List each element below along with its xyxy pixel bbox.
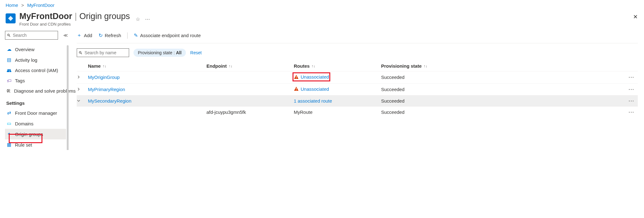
sidebar-item-label: Domains — [15, 121, 33, 126]
table-row: MyOriginGroupUnassociatedSucceeded··· — [77, 71, 638, 83]
provisioning-state-cell: Succeeded — [381, 87, 456, 92]
provisioning-state-cell: Succeeded — [381, 75, 456, 80]
toolbar-separator — [127, 32, 128, 39]
sidebar-item-label: Origin groups — [15, 132, 43, 137]
warning-icon — [294, 86, 299, 91]
routes-link[interactable]: 1 associated route — [294, 98, 332, 104]
sidebar-item-access-control[interactable]: 👥︎ Access control (IAM) — [5, 65, 66, 75]
sidebar-item-label: Diagnose and solve problems — [14, 88, 76, 94]
refresh-button[interactable]: ↻ Refresh — [99, 32, 121, 38]
favorite-star-icon[interactable]: ☆ — [136, 16, 140, 22]
sidebar-section-settings: Settings — [5, 96, 66, 108]
chevron-right-icon[interactable] — [77, 87, 80, 91]
sidebar-item-label: Front Door manager — [15, 110, 57, 116]
sidebar-item-label: Access control (IAM) — [15, 68, 58, 73]
table-header-row: Name↑↓ Endpoint↑↓ Routes↑↓ Provisioning … — [77, 61, 638, 71]
row-more-actions-icon[interactable]: ··· — [625, 87, 638, 92]
resource-name: MyFrontDoor — [19, 12, 72, 21]
routes-text: MyRoute — [294, 109, 312, 115]
associate-icon: ✎ — [134, 32, 138, 38]
title-block: MyFrontDoor | Origin groups Front Door a… — [19, 12, 130, 27]
add-button-label: Add — [84, 33, 92, 38]
endpoint-cell: afd-jcuypu3gmn5fk — [206, 109, 294, 115]
pill-key: Provisioning state : — [138, 50, 175, 55]
sidebar-item-overview[interactable]: ☁ Overview — [5, 44, 66, 55]
associate-button-label: Associate endpoint and route — [140, 33, 201, 38]
chevron-right-icon[interactable] — [77, 75, 80, 79]
svg-rect-3 — [296, 90, 297, 90]
table-row: afd-jcuypu3gmn5fkMyRouteSucceeded··· — [77, 106, 638, 118]
sidebar-item-rule-set[interactable]: ▦ Rule set — [5, 139, 66, 150]
plus-icon: ＋ — [77, 32, 82, 39]
warning-icon — [294, 75, 299, 80]
filter-search-input[interactable] — [77, 48, 129, 57]
col-header-endpoint[interactable]: Endpoint↑↓ — [206, 63, 294, 69]
more-actions-icon[interactable]: ⋯ — [145, 16, 150, 22]
sort-icon: ↑↓ — [103, 64, 106, 68]
sort-icon: ↑↓ — [312, 64, 315, 68]
sidebar: 🔍︎ ≪ ☁ Overview ▤ Activity log 👥︎ Access… — [0, 31, 68, 150]
cloud-icon: ☁ — [6, 46, 12, 52]
tag-icon: 🏷 — [6, 78, 12, 83]
sidebar-item-frontdoor-manager[interactable]: ⇄ Front Door manager — [5, 108, 66, 118]
table-row: MySecondaryRegion1 associated routeSucce… — [77, 95, 638, 106]
provisioning-state-cell: Succeeded — [381, 109, 456, 115]
breadcrumb-home-link[interactable]: Home — [6, 2, 18, 8]
sidebar-item-activity-log[interactable]: ▤ Activity log — [5, 55, 66, 65]
breadcrumb-current-link[interactable]: MyFrontDoor — [27, 2, 55, 8]
page-title: MyFrontDoor | Origin groups — [19, 12, 130, 21]
reset-filters-link[interactable]: Reset — [190, 50, 202, 55]
sidebar-search: 🔍︎ — [5, 31, 61, 40]
filter-row: 🔍︎ Provisioning state : All Reset — [77, 43, 638, 61]
col-header-state[interactable]: Provisioning state↑↓ — [381, 63, 456, 69]
sidebar-item-label: Overview — [15, 47, 35, 52]
sidebar-item-diagnose[interactable]: 🛠 Diagnose and solve problems — [5, 86, 66, 96]
routes-link[interactable]: Unassociated — [301, 74, 329, 80]
svg-rect-0 — [296, 76, 297, 78]
sidebar-item-domains[interactable]: ▭ Domains — [5, 118, 66, 129]
add-button[interactable]: ＋ Add — [77, 32, 92, 39]
sidebar-item-label: Activity log — [15, 57, 37, 63]
origin-groups-table: Name↑↓ Endpoint↑↓ Routes↑↓ Provisioning … — [77, 61, 638, 118]
sidebar-item-tags[interactable]: 🏷 Tags — [5, 75, 66, 86]
refresh-icon: ↻ — [99, 32, 103, 38]
sidebar-item-label: Tags — [15, 78, 25, 83]
svg-rect-1 — [296, 78, 297, 79]
routes-cell: 1 associated route — [294, 98, 332, 104]
people-icon: 👥︎ — [6, 68, 12, 73]
pill-value: All — [176, 50, 182, 55]
table-row: MyPrimaryRegionUnassociatedSucceeded··· — [77, 83, 638, 95]
routes-cell: Unassociated — [294, 74, 329, 80]
breadcrumb: Home > MyFrontDoor — [0, 0, 644, 9]
rule-icon: ▦ — [6, 142, 12, 148]
resource-icon — [6, 13, 16, 23]
origin-group-name-link[interactable]: MyOriginGroup — [88, 75, 120, 80]
title-separator: | — [75, 12, 77, 21]
col-header-routes[interactable]: Routes↑↓ — [294, 63, 381, 69]
row-more-actions-icon[interactable]: ··· — [625, 75, 638, 80]
provisioning-state-filter-pill[interactable]: Provisioning state : All — [133, 49, 186, 57]
sidebar-search-input[interactable] — [5, 31, 58, 40]
sidebar-item-label: Rule set — [15, 142, 32, 148]
row-more-actions-icon[interactable]: ··· — [625, 109, 638, 115]
close-button[interactable]: ✕ — [633, 13, 638, 20]
frontdoor-icon: ⇄ — [6, 110, 12, 116]
routes-cell: Unassociated — [294, 86, 329, 92]
wrench-icon: 🛠 — [6, 88, 11, 94]
origin-group-name-link[interactable]: MySecondaryRegion — [88, 98, 131, 104]
origin-group-name-link[interactable]: MyPrimaryRegion — [88, 87, 125, 92]
log-icon: ▤ — [6, 57, 12, 63]
search-icon: 🔍︎ — [79, 51, 83, 55]
page-header: MyFrontDoor | Origin groups Front Door a… — [0, 9, 644, 31]
resource-subtitle: Front Door and CDN profiles — [19, 22, 130, 27]
chevron-down-icon[interactable] — [77, 99, 80, 103]
header-actions: ☆ ⋯ — [136, 16, 150, 22]
row-more-actions-icon[interactable]: ··· — [625, 98, 638, 104]
sidebar-item-origin-groups[interactable]: ✦ Origin groups — [5, 129, 66, 139]
routes-link[interactable]: Unassociated — [301, 86, 329, 92]
refresh-button-label: Refresh — [105, 33, 121, 38]
collapse-sidebar-icon[interactable]: ≪ — [63, 33, 68, 38]
col-header-name[interactable]: Name↑↓ — [88, 63, 206, 69]
associate-button[interactable]: ✎ Associate endpoint and route — [134, 32, 201, 38]
search-icon: 🔍︎ — [7, 33, 11, 38]
